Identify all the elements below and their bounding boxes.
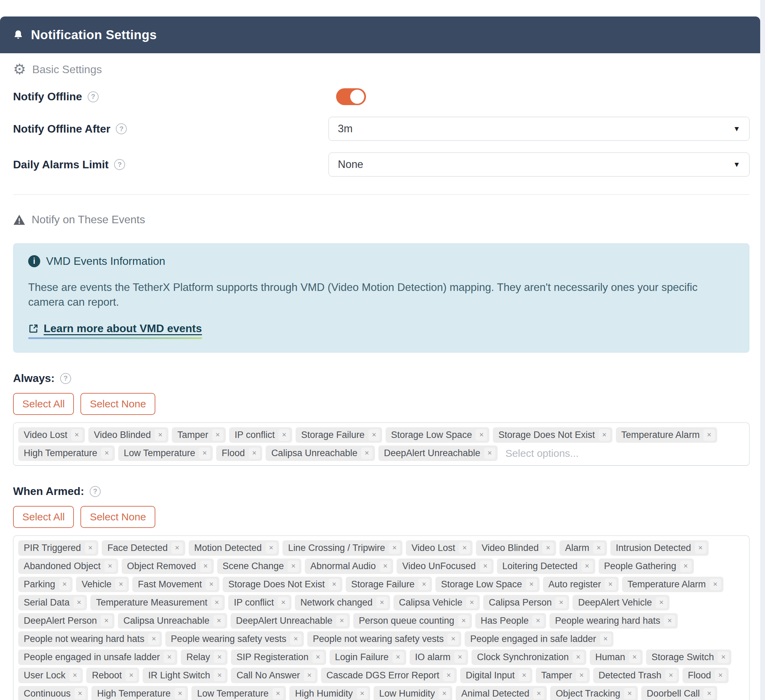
remove-tag-icon[interactable]: × bbox=[704, 429, 715, 441]
remove-tag-icon[interactable]: × bbox=[718, 651, 729, 663]
remove-tag-icon[interactable]: × bbox=[175, 688, 186, 699]
remove-tag-icon[interactable]: × bbox=[199, 447, 210, 459]
remove-tag-icon[interactable]: × bbox=[664, 615, 675, 626]
help-icon[interactable]: ? bbox=[116, 123, 127, 134]
remove-tag-icon[interactable]: × bbox=[85, 542, 96, 554]
remove-tag-icon[interactable]: × bbox=[211, 597, 223, 608]
remove-tag-icon[interactable]: × bbox=[249, 447, 260, 459]
always-select-all-button[interactable]: Select All bbox=[13, 393, 74, 415]
remove-tag-icon[interactable]: × bbox=[656, 597, 667, 608]
daily-alarms-limit-select[interactable]: None ▼ bbox=[329, 152, 749, 177]
remove-tag-icon[interactable]: × bbox=[59, 579, 71, 590]
panel-header: Notification Settings bbox=[0, 16, 760, 53]
remove-tag-icon[interactable]: × bbox=[519, 670, 530, 681]
remove-tag-icon[interactable]: × bbox=[357, 688, 368, 699]
remove-tag-icon[interactable]: × bbox=[542, 542, 554, 554]
remove-tag-icon[interactable]: × bbox=[715, 670, 726, 681]
remove-tag-icon[interactable]: × bbox=[475, 429, 487, 441]
remove-tag-icon[interactable]: × bbox=[336, 615, 348, 626]
when-armed-label: When Armed: bbox=[13, 485, 84, 498]
notify-offline-toggle[interactable] bbox=[336, 88, 366, 105]
remove-tag-icon[interactable]: × bbox=[304, 670, 315, 681]
remove-tag-icon[interactable]: × bbox=[206, 579, 217, 590]
remove-tag-icon[interactable]: × bbox=[605, 579, 616, 590]
remove-tag-icon[interactable]: × bbox=[439, 688, 450, 699]
remove-tag-icon[interactable]: × bbox=[447, 633, 459, 645]
remove-tag-icon[interactable]: × bbox=[290, 633, 301, 645]
remove-tag-icon[interactable]: × bbox=[69, 670, 81, 681]
remove-tag-icon[interactable]: × bbox=[680, 560, 691, 572]
remove-tag-icon[interactable]: × bbox=[458, 615, 469, 626]
help-icon[interactable]: ? bbox=[60, 373, 71, 384]
remove-tag-icon[interactable]: × bbox=[418, 579, 430, 590]
remove-tag-icon[interactable]: × bbox=[629, 651, 640, 663]
remove-tag-icon[interactable]: × bbox=[665, 670, 677, 681]
panel-title: Notification Settings bbox=[31, 28, 157, 42]
remove-tag-icon[interactable]: × bbox=[272, 688, 284, 699]
vmd-learn-more-link[interactable]: Learn more about VMD events bbox=[28, 322, 202, 339]
help-icon[interactable]: ? bbox=[88, 91, 99, 102]
remove-tag-icon[interactable]: × bbox=[466, 597, 477, 608]
remove-tag-icon[interactable]: × bbox=[101, 447, 112, 459]
notify-offline-after-select[interactable]: 3m ▼ bbox=[329, 117, 749, 141]
remove-tag-icon[interactable]: × bbox=[573, 651, 584, 663]
remove-tag-icon[interactable]: × bbox=[581, 560, 593, 572]
remove-tag-icon[interactable]: × bbox=[454, 651, 466, 663]
remove-tag-icon[interactable]: × bbox=[164, 651, 175, 663]
remove-tag-icon[interactable]: × bbox=[704, 688, 715, 699]
remove-tag-icon[interactable]: × bbox=[266, 542, 277, 554]
remove-tag-icon[interactable]: × bbox=[74, 597, 85, 608]
tag-chip-label: Object Removed bbox=[127, 561, 196, 571]
remove-tag-icon[interactable]: × bbox=[212, 429, 224, 441]
remove-tag-icon[interactable]: × bbox=[200, 560, 211, 572]
remove-tag-icon[interactable]: × bbox=[104, 560, 116, 572]
remove-tag-icon[interactable]: × bbox=[214, 670, 225, 681]
always-select-none-button[interactable]: Select None bbox=[80, 393, 155, 415]
when-armed-select-all-button[interactable]: Select All bbox=[13, 506, 74, 528]
remove-tag-icon[interactable]: × bbox=[533, 688, 545, 699]
remove-tag-icon[interactable]: × bbox=[389, 542, 400, 554]
remove-tag-icon[interactable]: × bbox=[484, 447, 496, 459]
remove-tag-icon[interactable]: × bbox=[532, 615, 544, 626]
remove-tag-icon[interactable]: × bbox=[480, 560, 491, 572]
when-armed-select-none-button[interactable]: Select None bbox=[80, 506, 155, 528]
remove-tag-icon[interactable]: × bbox=[526, 579, 537, 590]
help-icon[interactable]: ? bbox=[90, 486, 101, 497]
remove-tag-icon[interactable]: × bbox=[126, 670, 137, 681]
remove-tag-icon[interactable]: × bbox=[443, 670, 454, 681]
remove-tag-icon[interactable]: × bbox=[380, 560, 391, 572]
tag-chip-label: Tamper bbox=[177, 430, 208, 440]
remove-tag-icon[interactable]: × bbox=[600, 633, 611, 645]
tag-chip: IP conflict × bbox=[229, 427, 292, 443]
remove-tag-icon[interactable]: × bbox=[459, 542, 470, 554]
remove-tag-icon[interactable]: × bbox=[376, 597, 388, 608]
remove-tag-icon[interactable]: × bbox=[312, 651, 324, 663]
when-armed-multiselect[interactable]: PIR Triggered × Face Detected × Motion D… bbox=[13, 535, 749, 700]
remove-tag-icon[interactable]: × bbox=[213, 615, 225, 626]
remove-tag-icon[interactable]: × bbox=[214, 651, 225, 663]
remove-tag-icon[interactable]: × bbox=[392, 651, 404, 663]
remove-tag-icon[interactable]: × bbox=[368, 429, 380, 441]
remove-tag-icon[interactable]: × bbox=[75, 688, 86, 699]
remove-tag-icon[interactable]: × bbox=[361, 447, 373, 459]
tag-chip: High Temperature × bbox=[91, 686, 188, 700]
remove-tag-icon[interactable]: × bbox=[710, 579, 721, 590]
remove-tag-icon[interactable]: × bbox=[71, 429, 82, 441]
remove-tag-icon[interactable]: × bbox=[279, 429, 290, 441]
remove-tag-icon[interactable]: × bbox=[278, 597, 289, 608]
remove-tag-icon[interactable]: × bbox=[155, 429, 166, 441]
remove-tag-icon[interactable]: × bbox=[624, 688, 636, 699]
remove-tag-icon[interactable]: × bbox=[172, 542, 183, 554]
remove-tag-icon[interactable]: × bbox=[329, 579, 340, 590]
remove-tag-icon[interactable]: × bbox=[593, 542, 604, 554]
remove-tag-icon[interactable]: × bbox=[148, 633, 159, 645]
remove-tag-icon[interactable]: × bbox=[101, 615, 112, 626]
remove-tag-icon[interactable]: × bbox=[695, 542, 706, 554]
remove-tag-icon[interactable]: × bbox=[576, 670, 587, 681]
help-icon[interactable]: ? bbox=[114, 159, 125, 170]
remove-tag-icon[interactable]: × bbox=[288, 560, 299, 572]
remove-tag-icon[interactable]: × bbox=[556, 597, 567, 608]
remove-tag-icon[interactable]: × bbox=[599, 429, 610, 441]
remove-tag-icon[interactable]: × bbox=[115, 579, 126, 590]
always-multiselect[interactable]: Video Lost × Video Blinded × Tamper × bbox=[13, 422, 749, 466]
